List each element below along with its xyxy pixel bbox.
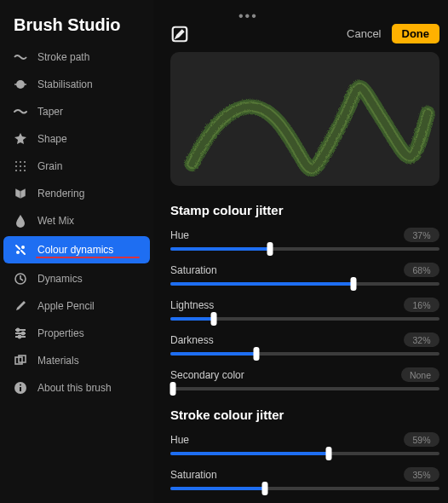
sidebar-item-label: Properties xyxy=(37,327,84,339)
svg-point-3 xyxy=(24,161,26,163)
topbar: Cancel Done xyxy=(170,24,439,43)
sidebar: Brush Studio Stroke path Stabilisation T… xyxy=(0,0,153,503)
svg-point-13 xyxy=(17,329,20,332)
shape-icon xyxy=(14,132,27,146)
slider-value-badge: 32% xyxy=(404,332,439,347)
svg-point-14 xyxy=(22,332,25,335)
sidebar-item-label: Grain xyxy=(37,160,62,172)
svg-point-11 xyxy=(21,246,25,249)
slider-track[interactable] xyxy=(170,352,439,356)
slider-knob[interactable] xyxy=(170,382,176,396)
section-title-stamp: Stamp colour jitter xyxy=(170,203,439,217)
more-options-icon[interactable]: ••• xyxy=(238,9,439,24)
sidebar-item-label: Materials xyxy=(37,355,79,367)
about-icon xyxy=(14,381,27,395)
slider-knob[interactable] xyxy=(254,347,260,361)
stamp-colour-jitter-section: Hue 37% Saturation 68% Lightness 16% Dar… xyxy=(170,228,439,390)
grain-icon xyxy=(14,159,27,173)
sidebar-item-stroke-path[interactable]: Stroke path xyxy=(0,43,153,71)
slider-row-lightness: Lightness 16% xyxy=(170,298,439,321)
svg-point-1 xyxy=(15,161,17,163)
svg-point-9 xyxy=(24,170,26,171)
svg-point-2 xyxy=(20,161,21,163)
active-underline xyxy=(36,257,140,258)
sidebar-item-materials[interactable]: Materials xyxy=(0,347,153,374)
main-panel: ••• Cancel Done Stamp colour jitter Hue … xyxy=(153,0,448,503)
slider-label: Saturation xyxy=(170,469,217,481)
sidebar-item-about[interactable]: About this brush xyxy=(0,374,153,402)
cancel-button[interactable]: Cancel xyxy=(347,27,381,40)
svg-point-5 xyxy=(20,165,21,167)
slider-label: Hue xyxy=(170,434,189,446)
svg-point-8 xyxy=(20,170,21,171)
slider-track[interactable] xyxy=(170,487,439,490)
slider-track[interactable] xyxy=(170,452,439,455)
svg-point-7 xyxy=(15,170,17,171)
slider-value-badge: None xyxy=(401,367,439,382)
slider-value-badge: 68% xyxy=(404,263,439,277)
slider-row-darkness: Darkness 32% xyxy=(170,332,439,356)
sidebar-item-dynamics[interactable]: Dynamics xyxy=(0,265,153,292)
taper-icon xyxy=(14,105,27,119)
slider-track[interactable] xyxy=(170,247,439,251)
sidebar-item-colour-dynamics[interactable]: Colour dynamics xyxy=(3,236,150,263)
slider-value-badge: 35% xyxy=(404,467,439,482)
edit-button[interactable] xyxy=(170,25,189,43)
dynamics-icon xyxy=(14,272,27,286)
stroke-colour-jitter-section: Hue 59% Saturation 35% xyxy=(170,432,439,490)
sidebar-item-wet-mix[interactable]: Wet Mix xyxy=(0,207,153,234)
slider-track[interactable] xyxy=(170,317,439,321)
sidebar-item-shape[interactable]: Shape xyxy=(0,125,153,153)
slider-value-badge: 16% xyxy=(404,298,439,312)
colour-dynamics-icon xyxy=(14,243,27,257)
svg-point-0 xyxy=(16,80,25,89)
slider-label: Lightness xyxy=(170,299,214,311)
svg-point-20 xyxy=(20,384,21,386)
rendering-icon xyxy=(14,187,27,200)
sidebar-item-grain[interactable]: Grain xyxy=(0,153,153,180)
slider-knob[interactable] xyxy=(261,482,267,495)
sidebar-item-properties[interactable]: Properties xyxy=(0,320,153,347)
slider-row-hue: Hue 37% xyxy=(170,228,439,251)
sidebar-item-label: Stroke path xyxy=(37,51,89,63)
sidebar-item-taper[interactable]: Taper xyxy=(0,98,153,125)
svg-point-4 xyxy=(15,165,17,167)
properties-icon xyxy=(14,327,27,340)
sidebar-item-label: Dynamics xyxy=(37,273,83,285)
sidebar-item-apple-pencil[interactable]: Apple Pencil xyxy=(0,292,153,320)
svg-point-15 xyxy=(19,336,21,338)
sidebar-item-label: Apple Pencil xyxy=(37,300,95,312)
section-title-stroke: Stroke colour jitter xyxy=(170,408,439,422)
slider-track[interactable] xyxy=(170,387,439,390)
slider-track[interactable] xyxy=(170,282,439,286)
slider-label: Secondary color xyxy=(170,369,244,381)
slider-knob[interactable] xyxy=(350,277,356,291)
slider-row-hue: Hue 59% xyxy=(170,432,439,455)
wet-mix-icon xyxy=(14,214,27,228)
sidebar-item-label: Colour dynamics xyxy=(37,244,113,256)
materials-icon xyxy=(14,354,27,367)
slider-row-saturation: Saturation 68% xyxy=(170,263,439,286)
sidebar-item-rendering[interactable]: Rendering xyxy=(0,180,153,207)
svg-point-6 xyxy=(24,165,26,167)
pencil-icon xyxy=(170,25,189,43)
slider-row-secondary-color: Secondary color None xyxy=(170,367,439,390)
slider-knob[interactable] xyxy=(326,447,332,460)
app-title: Brush Studio xyxy=(0,15,153,43)
svg-point-10 xyxy=(16,251,20,254)
svg-rect-19 xyxy=(20,387,21,391)
slider-knob[interactable] xyxy=(210,312,216,326)
slider-value-badge: 59% xyxy=(404,432,439,447)
sidebar-item-label: Shape xyxy=(37,133,67,145)
sidebar-item-label: About this brush xyxy=(37,382,112,394)
sidebar-item-stabilisation[interactable]: Stabilisation xyxy=(0,71,153,98)
slider-row-saturation: Saturation 35% xyxy=(170,467,439,490)
sidebar-item-label: Wet Mix xyxy=(37,215,74,227)
stroke-path-icon xyxy=(14,50,27,64)
sidebar-item-label: Rendering xyxy=(37,188,84,199)
apple-pencil-icon xyxy=(14,299,27,313)
slider-label: Darkness xyxy=(170,334,214,346)
sidebar-item-label: Stabilisation xyxy=(37,78,93,90)
done-button[interactable]: Done xyxy=(392,24,440,43)
slider-knob[interactable] xyxy=(267,242,273,256)
